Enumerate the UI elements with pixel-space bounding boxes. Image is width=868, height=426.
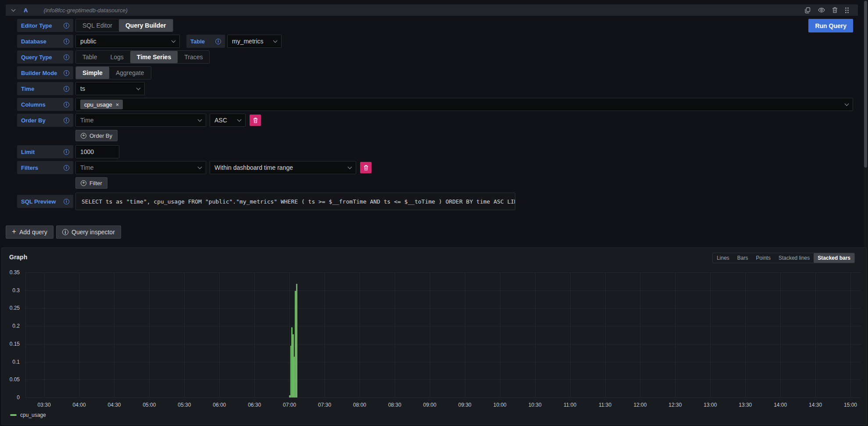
info-icon[interactable] [64, 199, 69, 204]
filter-column-select[interactable]: Time [75, 161, 206, 174]
add-order-by-button[interactable]: Order By [75, 130, 118, 141]
x-axis-tick-label: 10:00 [488, 402, 512, 408]
info-icon[interactable] [64, 165, 69, 171]
x-axis-tick-label: 08:00 [347, 402, 372, 408]
x-axis-tick-label: 09:30 [453, 402, 477, 408]
database-select[interactable]: public [75, 35, 180, 48]
builder-mode-option-simple[interactable]: Simple [76, 67, 109, 79]
legend-series-label[interactable]: cpu_usage [20, 412, 46, 418]
gridline-vertical [675, 272, 675, 397]
chevron-down-icon [198, 165, 202, 169]
y-axis-tick-label: 0.05 [0, 376, 20, 383]
add-filter-button[interactable]: Filter [75, 177, 107, 189]
info-icon[interactable] [64, 118, 69, 123]
column-chip-cpu-usage: cpu_usage × [80, 100, 123, 109]
x-axis-tick-label: 09:00 [418, 402, 442, 408]
editor-type-option-sql-editor[interactable]: SQL Editor [76, 19, 119, 32]
chart-plot-area: 00.050.10.150.20.250.30.3503:3004:0004:3… [25, 272, 861, 397]
order-by-column-select[interactable]: Time [75, 114, 206, 127]
x-axis-tick-label: 15:00 [838, 402, 863, 408]
x-axis-tick-label: 11:00 [558, 402, 582, 408]
limit-input[interactable]: 1000 [75, 145, 119, 158]
query-inspector-button[interactable]: Query inspector [56, 226, 121, 239]
remove-order-by-button[interactable] [250, 115, 261, 126]
row-columns: Columns cpu_usage × [0, 98, 868, 111]
graph-panel: Graph Lines Bars Points Stacked lines St… [1, 247, 867, 425]
row-query-type: Query Type Table Logs Time Series Traces [0, 50, 868, 64]
graph-mode-stacked-bars[interactable]: Stacked bars [814, 253, 854, 263]
info-icon[interactable] [64, 70, 69, 76]
field-label-filters: Filters [17, 161, 73, 174]
query-type-option-traces[interactable]: Traces [178, 51, 209, 63]
info-icon[interactable] [64, 86, 69, 92]
chevron-down-icon [845, 102, 849, 106]
x-axis-tick-label: 14:30 [803, 402, 828, 408]
graph-mode-stacked-lines[interactable]: Stacked lines [775, 253, 814, 263]
gridline-vertical [44, 272, 45, 397]
gridline-vertical [710, 272, 711, 397]
y-axis-tick-label: 0.35 [0, 269, 20, 276]
order-by-direction-select[interactable]: ASC [210, 114, 246, 127]
x-axis-tick-label: 14:00 [768, 402, 793, 408]
builder-mode-option-aggregate[interactable]: Aggregate [109, 67, 151, 79]
query-type-option-table[interactable]: Table [76, 51, 104, 63]
y-axis-tick-label: 0.1 [0, 359, 20, 365]
info-icon[interactable] [215, 39, 221, 44]
duplicate-query-icon[interactable] [804, 7, 811, 14]
gridline-vertical [570, 272, 571, 397]
remove-filter-button[interactable] [360, 162, 371, 173]
query-type-option-logs[interactable]: Logs [104, 51, 130, 63]
filter-condition-select[interactable]: Within dashboard time range [210, 161, 356, 174]
x-axis-tick-label: 13:00 [698, 402, 722, 408]
x-axis-tick-label: 06:30 [242, 402, 267, 408]
drag-handle-icon[interactable] [845, 7, 849, 14]
graph-mode-bars[interactable]: Bars [733, 253, 752, 263]
collapse-chevron-icon[interactable] [11, 7, 16, 12]
info-icon[interactable] [64, 102, 69, 107]
chevron-down-icon [348, 165, 352, 169]
query-type-option-time-series[interactable]: Time Series [130, 51, 178, 63]
gridline-vertical [430, 272, 430, 397]
graph-mode-lines[interactable]: Lines [713, 253, 733, 263]
x-axis-tick-label: 05:30 [172, 402, 196, 408]
builder-mode-group: Simple Aggregate [75, 66, 151, 79]
field-label-sql-preview: SQL Preview [17, 195, 73, 208]
x-axis-tick-label: 10:30 [523, 402, 547, 408]
eye-icon[interactable] [818, 7, 825, 13]
info-icon[interactable] [64, 54, 69, 60]
y-axis-tick-label: 0.15 [0, 341, 20, 347]
gridline-vertical [605, 272, 606, 397]
sql-preview-box: SELECT ts as "time", cpu_usage FROM "pub… [75, 193, 515, 210]
x-axis-tick-label: 05:00 [137, 402, 161, 408]
info-icon[interactable] [64, 149, 69, 155]
plus-icon: + [12, 227, 16, 236]
gridline-vertical [114, 272, 114, 397]
gridline-vertical [535, 272, 536, 397]
table-select[interactable]: my_metrics [227, 35, 282, 48]
columns-multiselect[interactable]: cpu_usage × [75, 98, 853, 111]
query-row-header[interactable]: A (info8fcc-greptimedb-datasource) [6, 4, 858, 16]
field-label-columns: Columns [17, 98, 73, 111]
gridline-horizontal [25, 290, 861, 291]
x-axis-tick-label: 04:00 [67, 402, 92, 408]
circle-plus-icon [81, 133, 86, 139]
info-icon[interactable] [64, 39, 69, 44]
x-axis-tick-label: 06:00 [207, 402, 232, 408]
gridline-horizontal [25, 362, 861, 362]
graph-mode-points[interactable]: Points [752, 253, 775, 263]
field-label-editor-type: Editor Type [17, 19, 73, 32]
y-axis-tick-label: 0.3 [0, 287, 20, 294]
info-icon[interactable] [64, 23, 69, 29]
field-label-limit: Limit [17, 145, 73, 158]
delete-query-icon[interactable] [832, 7, 838, 13]
x-axis-tick-label: 03:30 [32, 402, 57, 408]
add-query-button[interactable]: + Add query [6, 226, 54, 239]
x-axis-tick-label: 07:30 [312, 402, 337, 408]
field-label-query-type: Query Type [17, 50, 73, 64]
gridline-vertical [465, 272, 465, 397]
editor-type-option-query-builder[interactable]: Query Builder [119, 19, 173, 32]
time-column-select[interactable]: ts [75, 82, 145, 95]
gridline-horizontal [25, 272, 861, 273]
query-header-actions [804, 7, 849, 14]
remove-column-icon[interactable]: × [116, 101, 119, 108]
